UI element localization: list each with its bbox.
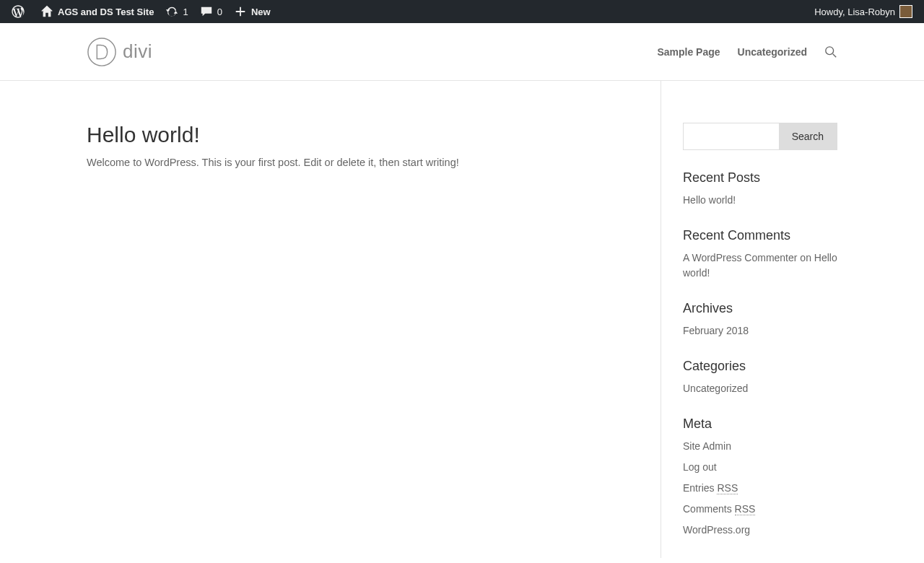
- recent-comments-widget: Recent Comments A WordPress Commenter on…: [683, 228, 837, 281]
- search-button[interactable]: Search: [779, 123, 837, 149]
- admin-bar-left: AGS and DS Test Site 1 0 New: [6, 0, 276, 23]
- plus-icon: [234, 5, 247, 18]
- list-item: Entries RSS: [683, 481, 837, 496]
- comment-icon: [200, 5, 213, 18]
- update-icon: [165, 5, 178, 18]
- header-inner: divi Sample Page Uncategorized: [72, 23, 852, 80]
- list-item: WordPress.org: [683, 523, 837, 538]
- list-item: Site Admin: [683, 439, 837, 454]
- sidebar: Search Recent Posts Hello world! Recent …: [661, 81, 837, 558]
- site-header: divi Sample Page Uncategorized: [0, 23, 924, 81]
- nav-sample-page[interactable]: Sample Page: [657, 46, 720, 58]
- wordpress-icon: [12, 5, 25, 18]
- new-content-menu[interactable]: New: [228, 0, 276, 23]
- search-input[interactable]: [684, 123, 779, 149]
- rss-abbr: RSS: [735, 503, 756, 515]
- site-name-text: AGS and DS Test Site: [58, 6, 154, 17]
- list-item: Log out: [683, 460, 837, 475]
- update-count: 1: [183, 6, 188, 17]
- on-text: on: [797, 252, 814, 263]
- commenter-link[interactable]: A WordPress Commenter: [683, 252, 797, 263]
- entries-rss-link[interactable]: Entries RSS: [683, 482, 738, 494]
- primary-nav: Sample Page Uncategorized: [657, 45, 837, 58]
- categories-heading: Categories: [683, 359, 837, 374]
- comment-count: 0: [217, 6, 222, 17]
- site-name-menu[interactable]: AGS and DS Test Site: [35, 0, 160, 23]
- recent-posts-widget: Recent Posts Hello world!: [683, 170, 837, 208]
- recent-comments-heading: Recent Comments: [683, 228, 837, 243]
- svg-point-1: [826, 46, 834, 54]
- search-icon[interactable]: [824, 45, 837, 58]
- nav-uncategorized[interactable]: Uncategorized: [738, 46, 807, 58]
- post-excerpt: Welcome to WordPress. This is your first…: [87, 154, 617, 171]
- logo-text: divi: [123, 40, 152, 63]
- recent-post-link[interactable]: Hello world!: [683, 194, 736, 206]
- search-widget: Search: [683, 123, 837, 150]
- list-item: Uncategorized: [683, 381, 837, 396]
- list-item: Comments RSS: [683, 502, 837, 517]
- main-content: Hello world! Welcome to WordPress. This …: [87, 81, 661, 558]
- rss-abbr: RSS: [717, 482, 738, 494]
- list-item: A WordPress Commenter on Hello world!: [683, 250, 837, 281]
- logout-link[interactable]: Log out: [683, 461, 717, 473]
- site-logo[interactable]: divi: [87, 37, 152, 67]
- wp-logo-menu[interactable]: [6, 0, 35, 23]
- archives-heading: Archives: [683, 301, 837, 316]
- avatar: [899, 5, 912, 18]
- wporg-link[interactable]: WordPress.org: [683, 524, 750, 536]
- meta-widget: Meta Site Admin Log out Entries RSS Comm…: [683, 416, 837, 538]
- svg-point-0: [88, 38, 116, 65]
- archive-link[interactable]: February 2018: [683, 325, 749, 336]
- recent-posts-heading: Recent Posts: [683, 170, 837, 186]
- updates-menu[interactable]: 1: [160, 0, 193, 23]
- divi-logo-icon: [87, 37, 117, 67]
- main-container: Hello world! Welcome to WordPress. This …: [72, 81, 852, 558]
- comments-menu[interactable]: 0: [194, 0, 228, 23]
- post: Hello world! Welcome to WordPress. This …: [87, 123, 617, 171]
- site-admin-link[interactable]: Site Admin: [683, 440, 731, 452]
- categories-widget: Categories Uncategorized: [683, 359, 837, 396]
- archives-widget: Archives February 2018: [683, 301, 837, 339]
- new-label: New: [251, 6, 271, 17]
- greeting-text: Howdy, Lisa-Robyn: [814, 6, 895, 17]
- meta-heading: Meta: [683, 416, 837, 432]
- home-icon: [40, 5, 53, 18]
- wp-admin-bar: AGS and DS Test Site 1 0 New Howdy, Lisa…: [0, 0, 924, 23]
- post-title-link[interactable]: Hello world!: [87, 123, 200, 147]
- list-item: Hello world!: [683, 193, 837, 208]
- list-item: February 2018: [683, 323, 837, 339]
- admin-bar-right: Howdy, Lisa-Robyn: [808, 0, 918, 23]
- category-link[interactable]: Uncategorized: [683, 383, 748, 394]
- svg-line-2: [833, 53, 837, 57]
- post-title: Hello world!: [87, 123, 617, 147]
- comments-rss-link[interactable]: Comments RSS: [683, 503, 755, 515]
- my-account-menu[interactable]: Howdy, Lisa-Robyn: [808, 0, 918, 23]
